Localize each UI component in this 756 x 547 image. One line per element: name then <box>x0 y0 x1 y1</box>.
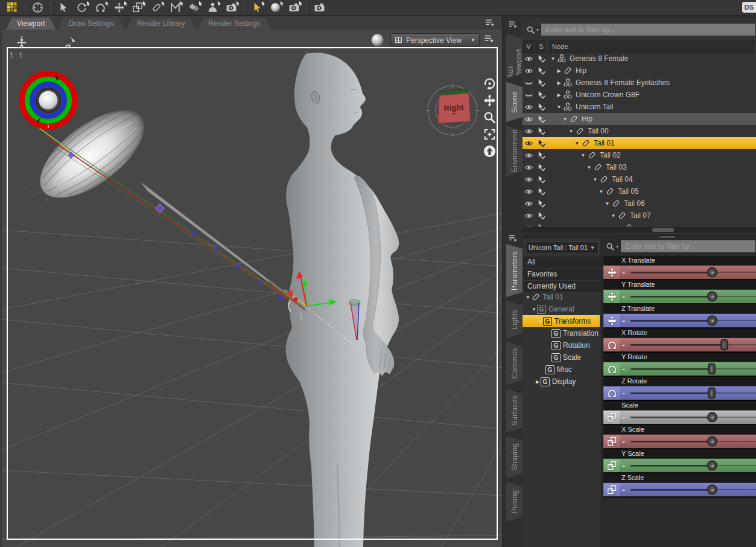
daz-studio-logo[interactable] <box>4 1 21 14</box>
slider-body[interactable]: - <box>603 289 756 303</box>
reset-camera-icon[interactable] <box>483 144 497 158</box>
expander-right[interactable]: ▶ <box>556 80 562 86</box>
parameters-filter-search-icon[interactable]: ▼ <box>605 240 620 253</box>
expander-down[interactable]: ▼ <box>525 295 531 300</box>
slider-track[interactable] <box>627 459 756 472</box>
slider-track[interactable] <box>627 266 756 279</box>
render-preview-tool[interactable] <box>286 1 302 14</box>
slider-track[interactable] <box>627 435 756 448</box>
side-tab-shaping[interactable]: Shaping <box>506 436 523 478</box>
viewport[interactable]: 1 : 1 Right Perspective View <box>0 30 502 547</box>
slider-knob[interactable] <box>707 267 717 278</box>
joint-editor-tool[interactable] <box>148 1 165 14</box>
visibility-toggle[interactable] <box>523 91 535 100</box>
selectability-toggle[interactable] <box>535 78 548 88</box>
expander-down[interactable]: ▼ <box>616 225 623 227</box>
side-tab-cameras[interactable]: Cameras <box>506 342 523 385</box>
scene-node-row[interactable]: ▼Tail 07 <box>523 210 756 222</box>
expander-down[interactable]: ▼ <box>550 56 556 62</box>
rotate-tool[interactable] <box>74 1 90 14</box>
visibility-toggle[interactable] <box>523 103 535 112</box>
expander-down[interactable]: ▼ <box>598 189 605 194</box>
node-column-header[interactable]: Node <box>548 40 756 53</box>
slider-track[interactable] <box>627 314 756 327</box>
param-group-row[interactable]: GScale <box>523 351 601 363</box>
visibility-column-header[interactable]: V <box>523 40 535 53</box>
tab-draw-settings[interactable]: Draw Settings <box>57 18 124 30</box>
scene-node-row[interactable]: ▼ <box>523 222 756 226</box>
expander-down[interactable]: ▼ <box>610 213 617 219</box>
side-tab-surfaces[interactable]: Surfaces <box>506 389 523 432</box>
slider-knob[interactable] <box>707 461 717 471</box>
camera-view-selector[interactable]: Perspective View ▼ <box>390 33 480 47</box>
tab-render-library[interactable]: Render Library <box>126 18 195 30</box>
scene-node-row[interactable]: ▶Genesis 8 Female Eyelashes <box>523 77 756 89</box>
view-cube[interactable]: Right <box>423 82 482 141</box>
parameters-pane-options-icon[interactable] <box>507 233 518 243</box>
param-group-row[interactable]: GTranslation <box>523 327 601 339</box>
frame-camera-icon[interactable] <box>483 127 497 141</box>
geometry-editor-tool[interactable] <box>267 1 284 14</box>
expander-down[interactable]: ▼ <box>574 141 580 146</box>
param-group-row[interactable]: GMisc <box>523 363 601 376</box>
node-selection-tool[interactable] <box>55 1 71 14</box>
slider-knob[interactable] <box>707 292 717 302</box>
slider-body[interactable]: - <box>603 434 756 448</box>
visibility-toggle[interactable] <box>523 223 535 227</box>
visibility-toggle[interactable] <box>523 151 535 160</box>
selectability-toggle[interactable] <box>535 187 548 196</box>
slider-body[interactable]: - <box>603 313 756 327</box>
visibility-toggle[interactable] <box>523 66 535 75</box>
visibility-toggle[interactable] <box>523 115 535 124</box>
selectability-column-header[interactable]: S <box>535 40 548 53</box>
viewport-options-icon[interactable] <box>483 33 494 44</box>
slider-knob[interactable] <box>707 485 717 495</box>
selectability-toggle[interactable] <box>535 223 548 227</box>
slider-track[interactable] <box>627 386 756 400</box>
scene-node-row[interactable]: ▼Genesis 8 Female <box>523 53 756 65</box>
side-tab-environment[interactable]: Environment <box>506 126 523 176</box>
visibility-toggle[interactable] <box>523 139 535 148</box>
param-group-row[interactable]: ▼GTransforms <box>523 315 600 327</box>
pin-icon[interactable] <box>63 36 77 49</box>
pane-options-icon[interactable] <box>484 18 495 30</box>
selectability-toggle[interactable] <box>535 199 548 208</box>
spot-render-tool[interactable] <box>223 1 240 14</box>
slider-track[interactable] <box>627 483 756 496</box>
expander-down[interactable]: ▼ <box>580 153 586 158</box>
visibility-toggle[interactable] <box>523 163 535 172</box>
surface-selection-tool[interactable] <box>186 1 202 14</box>
visibility-toggle[interactable] <box>523 127 535 136</box>
scene-filter-search-icon[interactable]: ▼ <box>525 23 541 36</box>
scene-pane-options-icon[interactable] <box>507 19 518 30</box>
slider-body[interactable]: - <box>603 410 756 424</box>
expander-down[interactable]: ▼ <box>592 177 599 182</box>
slider-track[interactable] <box>627 290 756 303</box>
expander-down[interactable]: ▼ <box>604 201 611 206</box>
expander-down[interactable]: ▼ <box>562 117 568 122</box>
figure-selection-tool[interactable] <box>205 1 221 14</box>
visibility-toggle[interactable] <box>523 211 535 220</box>
zoom-camera-icon[interactable] <box>483 110 497 124</box>
measure-metrics-tool[interactable] <box>167 1 183 14</box>
selectability-toggle[interactable] <box>535 139 548 148</box>
scene-node-row[interactable]: ▶Unicorn Crown G8F <box>523 89 756 101</box>
draw-style-sphere-icon[interactable] <box>370 33 385 48</box>
selectability-toggle[interactable] <box>535 151 548 160</box>
side-tab-posing[interactable]: Posing <box>506 482 523 522</box>
slider-knob[interactable] <box>707 316 717 326</box>
scene-filter-input[interactable] <box>541 23 756 36</box>
expander-right[interactable]: ▶ <box>535 379 541 385</box>
slider-body[interactable]: - <box>603 482 756 496</box>
tab-viewport[interactable]: Viewport <box>6 18 56 30</box>
expander-right[interactable]: ▶ <box>556 92 562 98</box>
slider-knob[interactable] <box>707 437 717 447</box>
selectability-toggle[interactable] <box>535 127 548 136</box>
scene-node-row[interactable]: ▼Tail 05 <box>523 185 756 197</box>
tab-render-settings[interactable]: Render Settings <box>198 18 272 30</box>
slider-body[interactable]: - <box>603 265 756 279</box>
expander-down[interactable]: ▼ <box>556 104 562 110</box>
trackball-rotation-widget[interactable] <box>19 71 78 130</box>
scene-node-row[interactable]: ▶Hip <box>523 65 756 77</box>
param-group-row[interactable]: ▶GDisplay <box>523 376 601 388</box>
